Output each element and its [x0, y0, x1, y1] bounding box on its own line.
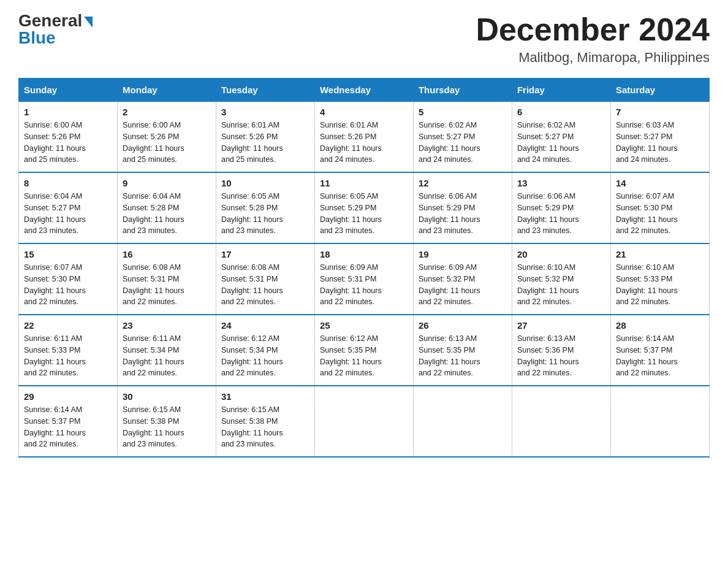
calendar-cell — [413, 386, 512, 457]
calendar-cell: 22 Sunrise: 6:11 AMSunset: 5:33 PMDaylig… — [19, 315, 118, 386]
day-number: 21 — [616, 249, 704, 259]
day-info: Sunrise: 6:06 AMSunset: 5:29 PMDaylight:… — [517, 192, 579, 235]
day-number: 28 — [616, 320, 704, 331]
calendar-cell: 3 Sunrise: 6:01 AMSunset: 5:26 PMDayligh… — [216, 102, 314, 173]
day-number: 18 — [320, 249, 408, 259]
calendar-week-4: 22 Sunrise: 6:11 AMSunset: 5:33 PMDaylig… — [19, 315, 710, 386]
day-info: Sunrise: 6:14 AMSunset: 5:37 PMDaylight:… — [616, 334, 678, 377]
calendar-cell — [610, 386, 709, 457]
calendar-header-row: SundayMondayTuesdayWednesdayThursdayFrid… — [19, 79, 710, 102]
day-number: 8 — [24, 178, 112, 188]
calendar-cell — [512, 386, 610, 457]
calendar-cell: 21 Sunrise: 6:10 AMSunset: 5:33 PMDaylig… — [610, 243, 709, 315]
day-info: Sunrise: 6:03 AMSunset: 5:27 PMDaylight:… — [616, 121, 678, 164]
calendar-cell: 2 Sunrise: 6:00 AMSunset: 5:26 PMDayligh… — [117, 102, 216, 173]
calendar-cell — [314, 386, 413, 457]
day-info: Sunrise: 6:08 AMSunset: 5:31 PMDaylight:… — [123, 263, 184, 306]
day-number: 1 — [24, 107, 112, 117]
calendar-cell: 6 Sunrise: 6:02 AMSunset: 5:27 PMDayligh… — [512, 102, 610, 173]
day-info: Sunrise: 6:07 AMSunset: 5:30 PMDaylight:… — [616, 192, 678, 235]
day-number: 23 — [123, 320, 211, 331]
day-info: Sunrise: 6:09 AMSunset: 5:32 PMDaylight:… — [419, 263, 480, 306]
day-info: Sunrise: 6:11 AMSunset: 5:33 PMDaylight:… — [24, 334, 86, 377]
day-number: 6 — [517, 107, 605, 117]
day-number: 25 — [320, 320, 408, 331]
calendar-week-3: 15 Sunrise: 6:07 AMSunset: 5:30 PMDaylig… — [19, 243, 710, 315]
day-number: 27 — [517, 320, 605, 331]
calendar-cell: 27 Sunrise: 6:13 AMSunset: 5:36 PMDaylig… — [512, 315, 610, 386]
calendar-cell: 24 Sunrise: 6:12 AMSunset: 5:34 PMDaylig… — [216, 315, 314, 386]
day-info: Sunrise: 6:15 AMSunset: 5:38 PMDaylight:… — [221, 405, 283, 448]
calendar-cell: 11 Sunrise: 6:05 AMSunset: 5:29 PMDaylig… — [314, 172, 413, 243]
day-number: 30 — [123, 391, 211, 402]
calendar-cell: 9 Sunrise: 6:04 AMSunset: 5:28 PMDayligh… — [117, 172, 216, 243]
day-info: Sunrise: 6:01 AMSunset: 5:26 PMDaylight:… — [221, 121, 283, 164]
day-number: 5 — [419, 107, 507, 117]
calendar-cell: 1 Sunrise: 6:00 AMSunset: 5:26 PMDayligh… — [19, 102, 118, 173]
calendar-cell: 25 Sunrise: 6:12 AMSunset: 5:35 PMDaylig… — [314, 315, 413, 386]
calendar-table: SundayMondayTuesdayWednesdayThursdayFrid… — [18, 78, 710, 458]
day-number: 12 — [419, 178, 507, 188]
calendar-cell: 12 Sunrise: 6:06 AMSunset: 5:29 PMDaylig… — [413, 172, 512, 243]
header-sunday: Sunday — [19, 79, 118, 102]
day-info: Sunrise: 6:05 AMSunset: 5:29 PMDaylight:… — [320, 192, 382, 235]
day-info: Sunrise: 6:14 AMSunset: 5:37 PMDaylight:… — [24, 405, 86, 448]
calendar-cell: 13 Sunrise: 6:06 AMSunset: 5:29 PMDaylig… — [512, 172, 610, 243]
day-number: 10 — [221, 178, 309, 188]
header-wednesday: Wednesday — [314, 79, 413, 102]
header-tuesday: Tuesday — [216, 79, 314, 102]
calendar-cell: 15 Sunrise: 6:07 AMSunset: 5:30 PMDaylig… — [19, 243, 118, 315]
day-number: 3 — [221, 107, 309, 117]
day-info: Sunrise: 6:06 AMSunset: 5:29 PMDaylight:… — [419, 192, 480, 235]
day-number: 9 — [123, 178, 211, 188]
day-number: 13 — [517, 178, 605, 188]
calendar-cell: 8 Sunrise: 6:04 AMSunset: 5:27 PMDayligh… — [19, 172, 118, 243]
day-info: Sunrise: 6:05 AMSunset: 5:28 PMDaylight:… — [221, 192, 283, 235]
logo-general: General — [18, 12, 82, 29]
day-info: Sunrise: 6:15 AMSunset: 5:38 PMDaylight:… — [123, 405, 184, 448]
day-info: Sunrise: 6:02 AMSunset: 5:27 PMDaylight:… — [517, 121, 579, 164]
day-number: 17 — [221, 249, 309, 259]
main-title: December 2024 — [476, 12, 710, 47]
day-number: 2 — [123, 107, 211, 117]
calendar-week-2: 8 Sunrise: 6:04 AMSunset: 5:27 PMDayligh… — [19, 172, 710, 243]
day-info: Sunrise: 6:07 AMSunset: 5:30 PMDaylight:… — [24, 263, 86, 306]
day-number: 7 — [616, 107, 704, 117]
calendar-cell: 18 Sunrise: 6:09 AMSunset: 5:31 PMDaylig… — [314, 243, 413, 315]
day-info: Sunrise: 6:08 AMSunset: 5:31 PMDaylight:… — [221, 263, 283, 306]
day-number: 11 — [320, 178, 408, 188]
header-monday: Monday — [117, 79, 216, 102]
calendar-cell: 10 Sunrise: 6:05 AMSunset: 5:28 PMDaylig… — [216, 172, 314, 243]
day-info: Sunrise: 6:11 AMSunset: 5:34 PMDaylight:… — [123, 334, 184, 377]
day-info: Sunrise: 6:01 AMSunset: 5:26 PMDaylight:… — [320, 121, 382, 164]
calendar-cell: 7 Sunrise: 6:03 AMSunset: 5:27 PMDayligh… — [610, 102, 709, 173]
day-info: Sunrise: 6:12 AMSunset: 5:34 PMDaylight:… — [221, 334, 283, 377]
header-saturday: Saturday — [610, 79, 709, 102]
day-number: 14 — [616, 178, 704, 188]
day-number: 31 — [221, 391, 309, 402]
day-number: 4 — [320, 107, 408, 117]
day-info: Sunrise: 6:00 AMSunset: 5:26 PMDaylight:… — [123, 121, 184, 164]
day-number: 22 — [24, 320, 112, 331]
day-info: Sunrise: 6:12 AMSunset: 5:35 PMDaylight:… — [320, 334, 382, 377]
day-number: 19 — [419, 249, 507, 259]
calendar-cell: 31 Sunrise: 6:15 AMSunset: 5:38 PMDaylig… — [216, 386, 314, 457]
calendar-cell: 19 Sunrise: 6:09 AMSunset: 5:32 PMDaylig… — [413, 243, 512, 315]
calendar-cell: 23 Sunrise: 6:11 AMSunset: 5:34 PMDaylig… — [117, 315, 216, 386]
day-info: Sunrise: 6:10 AMSunset: 5:32 PMDaylight:… — [517, 263, 579, 306]
logo: General Blue — [18, 12, 93, 47]
day-info: Sunrise: 6:04 AMSunset: 5:28 PMDaylight:… — [123, 192, 184, 235]
day-info: Sunrise: 6:09 AMSunset: 5:31 PMDaylight:… — [320, 263, 382, 306]
header-friday: Friday — [512, 79, 610, 102]
header-thursday: Thursday — [413, 79, 512, 102]
day-number: 26 — [419, 320, 507, 331]
day-number: 29 — [24, 391, 112, 402]
page-header: General Blue December 2024 Malitbog, Mim… — [18, 12, 710, 66]
calendar-cell: 29 Sunrise: 6:14 AMSunset: 5:37 PMDaylig… — [19, 386, 118, 457]
day-number: 16 — [123, 249, 211, 259]
calendar-week-5: 29 Sunrise: 6:14 AMSunset: 5:37 PMDaylig… — [19, 386, 710, 457]
calendar-cell: 4 Sunrise: 6:01 AMSunset: 5:26 PMDayligh… — [314, 102, 413, 173]
calendar-cell: 26 Sunrise: 6:13 AMSunset: 5:35 PMDaylig… — [413, 315, 512, 386]
title-block: December 2024 Malitbog, Mimaropa, Philip… — [476, 12, 710, 66]
calendar-cell: 16 Sunrise: 6:08 AMSunset: 5:31 PMDaylig… — [117, 243, 216, 315]
